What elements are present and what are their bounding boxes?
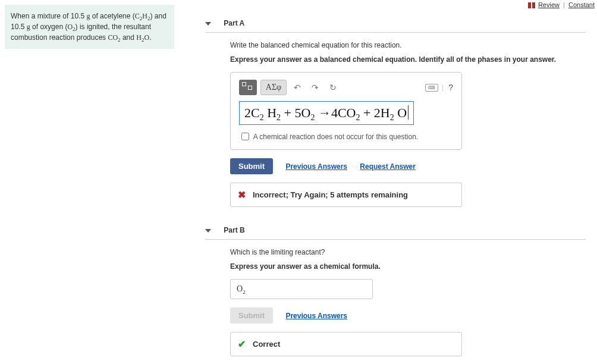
submit-button[interactable]: Submit xyxy=(230,158,273,174)
part-b-header[interactable]: Part B xyxy=(205,219,586,240)
request-answer-link[interactable]: Request Answer xyxy=(360,162,416,171)
help-icon[interactable]: ? xyxy=(448,83,453,92)
part-a-prompt: Write the balanced chemical equation for… xyxy=(230,41,586,49)
problem-statement: When a mixture of 10.5 g of acetylene (C… xyxy=(5,5,174,49)
check-icon: ✔ xyxy=(238,338,246,350)
previous-answers-link[interactable]: Previous Answers xyxy=(285,162,347,171)
no-reaction-checkbox[interactable] xyxy=(241,133,249,140)
columns-icon xyxy=(528,1,535,8)
chevron-down-icon xyxy=(205,229,211,233)
no-reaction-label[interactable]: A chemical reaction does not occur for t… xyxy=(239,133,418,141)
previous-answers-link[interactable]: Previous Answers xyxy=(285,312,347,320)
part-b-prompt: Which is the limiting reactant? xyxy=(230,248,586,256)
x-icon: ✖ xyxy=(238,189,246,200)
svg-rect-1 xyxy=(532,2,535,8)
equation-input[interactable]: 2C2 H2 + 5O2 →4CO2 + 2H2 O xyxy=(239,101,414,125)
greek-letters-button[interactable]: ΑΣφ xyxy=(260,80,287,95)
part-b-title: Part B xyxy=(224,226,244,234)
top-links: Review | Constant xyxy=(528,1,595,8)
part-a-title: Part A xyxy=(224,19,244,27)
part-b-hint: Express your answer as a chemical formul… xyxy=(230,262,586,271)
formula-input[interactable]: O2 xyxy=(230,279,373,299)
undo-icon[interactable]: ↶ xyxy=(290,83,304,92)
equation-editor-box: ΑΣφ ↶ ↷ ↻ ⌨ | ? 2C2 H2 + 5O2 →4CO2 + 2H2… xyxy=(230,72,462,150)
submit-button: Submit xyxy=(230,307,273,324)
equation-toolbar: ΑΣφ ↶ ↷ ↻ ⌨ | ? xyxy=(239,80,453,95)
part-a-hint: Express your answer as a balanced chemic… xyxy=(230,55,586,64)
feedback-correct: ✔ Correct xyxy=(230,332,462,356)
part-a-header[interactable]: Part A xyxy=(205,12,586,33)
chevron-down-icon xyxy=(205,22,211,26)
keyboard-icon[interactable]: ⌨ xyxy=(425,84,438,92)
review-link[interactable]: Review xyxy=(538,1,560,8)
fraction-template-button[interactable] xyxy=(239,80,257,95)
svg-rect-0 xyxy=(528,2,531,8)
constants-link[interactable]: Constant xyxy=(568,1,595,8)
reset-icon[interactable]: ↻ xyxy=(326,83,340,92)
feedback-incorrect: ✖ Incorrect; Try Again; 5 attempts remai… xyxy=(230,183,462,207)
redo-icon[interactable]: ↷ xyxy=(308,83,322,92)
